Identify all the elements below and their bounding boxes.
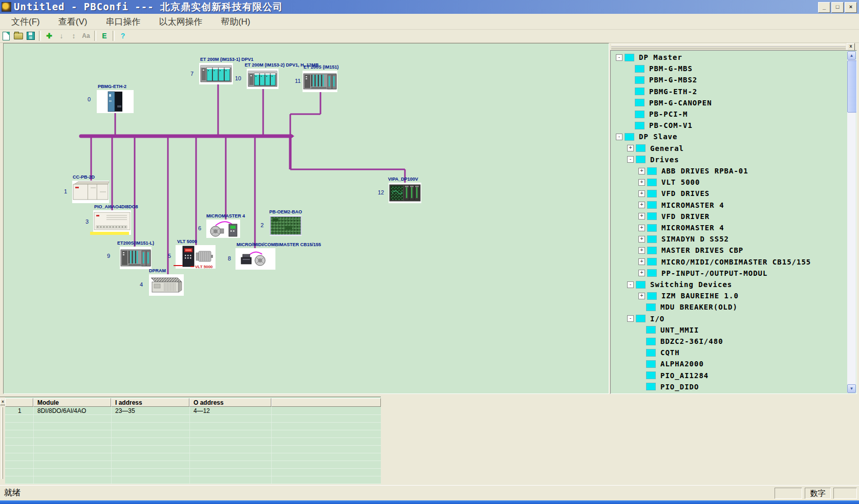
expand-icon[interactable]: + — [638, 168, 645, 174]
menu-item-0[interactable]: 文件(F) — [4, 15, 47, 29]
font-button[interactable]: Aa — [80, 30, 92, 41]
tree-item-master-drives-cbp[interactable]: +MASTER DRIVES CBP — [638, 245, 743, 256]
tree-item-drives[interactable]: -Drives — [627, 154, 679, 165]
device-dpram[interactable]: DPRAM4 — [140, 268, 184, 296]
collapse-icon[interactable]: - — [627, 315, 634, 322]
table-row[interactable] — [5, 461, 381, 469]
tree-item-switching-devices[interactable]: -Switching Devices — [627, 279, 732, 290]
tree-item-vlt-5000[interactable]: +VLT 5000 — [638, 177, 700, 188]
device-pb-oem2-bao[interactable]: PB-OEM2-BAO2 — [261, 209, 302, 236]
expand-icon[interactable]: + — [638, 213, 645, 220]
tree-item-alpha2000[interactable]: ALPHA2000 — [638, 358, 704, 369]
tree-item-dp-slave[interactable]: -DP Slave — [616, 131, 677, 142]
tree-item-pbm-g-canopen[interactable]: PBM-G-CANOPEN — [627, 97, 712, 108]
updown-button[interactable]: ↕ — [68, 30, 79, 41]
table-row[interactable] — [5, 468, 381, 476]
collapse-icon[interactable]: - — [627, 281, 634, 288]
tree-item-pb-com-v1[interactable]: PB-COM-V1 — [627, 120, 693, 131]
menu-item-4[interactable]: 帮助(H) — [213, 15, 257, 29]
tree-item-vfd-drives[interactable]: +VFD DRIVES — [638, 188, 710, 199]
tree-item-micromaster-4[interactable]: +MICROMASTER 4 — [638, 222, 724, 233]
tree-item-cqth[interactable]: CQTH — [638, 347, 680, 358]
table-row[interactable] — [5, 437, 381, 446]
scroll-down-icon[interactable]: ▼ — [847, 384, 856, 393]
device-vipa-dp100v[interactable]: VIPA_DP100V12 — [378, 177, 421, 203]
tree-item-bdzc2-36i-480[interactable]: BDZC2-36I/480 — [638, 336, 723, 347]
column-header-i-address[interactable]: I address — [111, 398, 189, 407]
tree-item-pbmg-eth-2[interactable]: PBMG-ETH-2 — [627, 86, 697, 97]
device-pio-ai6ao4di8do8[interactable]: PIO_AI6AO4DI8DO83 — [85, 204, 138, 235]
tree-item-pp-input-output-modul[interactable]: +PP-INPUT-/OUTPUT-MODUL — [638, 268, 767, 279]
collapse-icon[interactable]: - — [627, 156, 634, 163]
download-button[interactable]: ↓ — [56, 30, 67, 41]
tree-item-unt-mmii[interactable]: UNT_MMII — [638, 324, 699, 336]
scroll-up-icon[interactable]: ▲ — [847, 51, 856, 60]
device-type-icon — [647, 258, 657, 266]
table-row[interactable] — [5, 476, 381, 484]
device-et-200s-im151-[interactable]: ET 200S (IM151)11 — [295, 64, 339, 92]
expand-icon[interactable]: + — [627, 145, 634, 151]
panel-gripper[interactable] — [611, 44, 846, 49]
expand-icon[interactable]: + — [638, 258, 645, 265]
close-button[interactable]: × — [845, 2, 857, 13]
tree-item-pio-dido[interactable]: PIO_DIDO — [638, 381, 699, 392]
collapse-icon[interactable]: - — [616, 134, 622, 140]
tree-item-i-o[interactable]: -I/O — [627, 313, 664, 324]
tree-item-dp-master[interactable]: -DP Master — [616, 52, 682, 63]
scroll-thumb[interactable] — [847, 60, 857, 113]
network-diagram-canvas[interactable]: PBMG-ETH-20ET 200M (IM153-1) DPV17ET 200… — [3, 43, 609, 394]
table-row[interactable] — [5, 445, 381, 453]
tree-item-vfd-driver[interactable]: +VFD DRIVER — [638, 211, 710, 222]
expand-icon[interactable]: + — [638, 190, 645, 197]
device-pbmg-eth-2[interactable]: PBMG-ETH-20 — [88, 84, 134, 113]
expand-icon[interactable]: + — [638, 225, 645, 231]
expand-icon[interactable]: + — [638, 293, 645, 299]
expand-icon[interactable]: + — [638, 202, 645, 208]
table-row[interactable] — [5, 422, 381, 430]
column-header-module[interactable]: Module — [33, 398, 111, 407]
menu-item-3[interactable]: 以太网操作 — [152, 15, 209, 29]
table-row[interactable] — [5, 414, 381, 423]
expand-icon[interactable]: + — [638, 236, 645, 243]
menu-item-1[interactable]: 查看(V) — [51, 15, 95, 29]
column-header-o-address[interactable]: O address — [189, 398, 271, 407]
table-row[interactable] — [5, 453, 381, 461]
tree-panel-close-icon[interactable]: x — [847, 43, 855, 51]
table-pane-gripper[interactable]: x — [0, 397, 5, 484]
tree-item-pbm-g-mbs[interactable]: PBM-G-MBS — [627, 63, 693, 74]
tree-item-pio-ai1284[interactable]: PIO_AI1284 — [638, 370, 708, 381]
tree-item-general[interactable]: +General — [627, 143, 684, 154]
expand-icon[interactable]: + — [638, 270, 645, 276]
tree-item-abb-drives-rpba-01[interactable]: +ABB DRIVES RPBA-01 — [638, 165, 748, 177]
device-et-200m-im153-1-dpv1[interactable]: ET 200M (IM153-1) DPV17 — [190, 57, 253, 84]
tree-item-micromaster-4[interactable]: +MICROMASTER 4 — [638, 200, 724, 211]
tree-scrollbar[interactable]: ▲ ▼ — [847, 51, 856, 393]
minimize-button[interactable]: _ — [818, 2, 830, 13]
table-row[interactable]: 18DI/8DO/6AI/4AO23—354—12 — [5, 407, 381, 415]
new-file-button[interactable] — [1, 30, 12, 41]
tree-item-micro-midi-combimaster-cb15-155[interactable]: +MICRO/MIDI/COMBIMASTER CB15/155 — [638, 256, 811, 268]
open-file-button[interactable] — [13, 30, 24, 41]
save-file-button[interactable] — [25, 30, 36, 41]
maximize-button[interactable]: □ — [831, 2, 844, 13]
tree-item-pb-pci-m[interactable]: PB-PCI-M — [627, 108, 688, 120]
device-cc-pb-2d[interactable]: CC-PB-2D1 — [64, 174, 109, 203]
tree-item-izm-baureihe-1-0[interactable]: +IZM BAUREIHE 1.0 — [638, 290, 739, 301]
table-row[interactable] — [5, 430, 381, 438]
tree-item-simadyn-d-ss52[interactable]: +SIMADYN D SS52 — [638, 233, 729, 245]
expand-icon[interactable]: + — [638, 247, 645, 254]
tree-item-pbm-g-mbs2[interactable]: PBM-G-MBS2 — [627, 74, 697, 85]
menu-item-2[interactable]: 串口操作 — [98, 15, 147, 29]
expand-icon[interactable]: + — [638, 179, 645, 186]
column-header-blank[interactable] — [5, 398, 33, 407]
e-tool-button[interactable]: E — [99, 30, 110, 41]
move-button[interactable]: ✚ — [44, 30, 55, 41]
device-micromaster-4[interactable]: MICROMASTER 46 — [198, 213, 245, 238]
help-button[interactable]: ? — [117, 30, 128, 41]
device-vlt-5000[interactable]: VLT 50005VLT 5000 — [168, 239, 216, 269]
tree-item-mdu-breaker-old-[interactable]: MDU BREAKER(OLD) — [638, 301, 738, 313]
collapse-icon[interactable]: - — [616, 54, 622, 61]
device-micro-midi-combimaster-cb15-155[interactable]: MICRO/MIDI/COMBIMASTER CB15/1558 — [228, 242, 321, 270]
device-et200s-im151-l-[interactable]: ET200S(IM151-L)9 — [107, 240, 154, 269]
column-header-blank[interactable] — [271, 398, 381, 407]
